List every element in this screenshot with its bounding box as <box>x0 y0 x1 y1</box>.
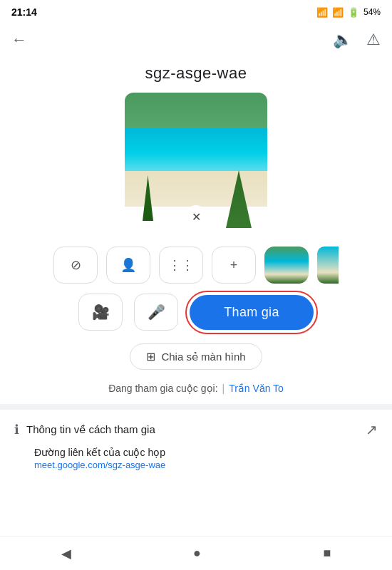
section-divider <box>0 404 392 410</box>
signal-icon: 📶 <box>332 7 344 18</box>
battery-percent: 54% <box>363 7 381 17</box>
participant-label: Đang tham gia cuộc gọi: <box>108 383 217 394</box>
wifi-icon: 📶 <box>316 7 328 18</box>
mic-icon: 🎤 <box>148 304 165 321</box>
nav-home-btn[interactable]: ● <box>176 540 218 566</box>
close-preview-button[interactable]: ✕ <box>185 205 207 228</box>
info-left: ℹ Thông tin về cách tham gia <box>14 422 155 437</box>
share-screen-label: Chia sẻ màn hình <box>161 351 245 363</box>
status-time: 21:14 <box>11 6 37 18</box>
mute-camera-icon: ⊘ <box>71 257 81 273</box>
battery-icon: 🔋 <box>348 7 359 18</box>
join-btn-highlight <box>185 291 317 334</box>
thumbnail-preview-1[interactable] <box>264 247 309 284</box>
share-info-icon[interactable]: ↗ <box>366 421 378 438</box>
warning-icon[interactable]: ⚠ <box>366 31 381 49</box>
meeting-link-url[interactable]: meet.google.com/sgz-asge-wae <box>14 460 378 470</box>
participant-info-row: Đang tham gia cuộc gọi: | Trần Văn To <box>0 383 392 394</box>
more-options-btn[interactable]: + <box>212 247 256 284</box>
participant-name: Trần Văn To <box>229 383 284 394</box>
bottom-nav: ◀ ● ■ <box>0 536 392 570</box>
thumbnail-preview-2[interactable] <box>317 247 339 284</box>
info-header: ℹ Thông tin về cách tham gia ↗ <box>14 421 378 438</box>
info-circle-icon: ℹ <box>14 422 19 437</box>
info-section: ℹ Thông tin về cách tham gia ↗ Đường liê… <box>0 410 392 476</box>
top-nav: ← 🔈 ⚠ <box>0 23 392 57</box>
join-button-wrapper: Tham gia <box>190 295 313 330</box>
camera-toggle-btn[interactable]: 🎥 <box>78 294 123 331</box>
meeting-code: sgz-asge-wae <box>0 64 392 83</box>
nav-recents-btn[interactable]: ■ <box>306 540 348 566</box>
video-preview: ✕ <box>125 93 267 235</box>
meeting-link-title: Đường liên kết của cuộc họp <box>14 447 378 458</box>
speaker-icon[interactable]: 🔈 <box>333 31 352 49</box>
effects-icon: ⋮⋮ <box>168 257 194 273</box>
status-bar: 21:14 📶 📶 🔋 54% <box>0 0 392 23</box>
share-screen-row: ⊞ Chia sẻ màn hình <box>0 343 392 370</box>
mute-camera-btn[interactable]: ⊘ <box>53 247 98 284</box>
back-button[interactable]: ← <box>11 31 27 49</box>
participant-separator: | <box>222 383 225 394</box>
controls-row-1: ⊘ 👤 ⋮⋮ + <box>0 247 392 284</box>
status-icons: 📶 📶 🔋 54% <box>316 7 381 18</box>
info-title: Thông tin về cách tham gia <box>26 423 155 436</box>
share-screen-button[interactable]: ⊞ Chia sẻ màn hình <box>130 343 262 370</box>
nav-right-icons: 🔈 ⚠ <box>333 31 381 49</box>
camera-icon: 🎥 <box>92 304 110 321</box>
add-people-btn[interactable]: 👤 <box>106 247 150 284</box>
share-screen-icon: ⊞ <box>146 350 155 363</box>
mic-toggle-btn[interactable]: 🎤 <box>134 294 178 331</box>
add-people-icon: 👤 <box>120 257 136 273</box>
controls-row-2: 🎥 🎤 Tham gia <box>0 294 392 331</box>
effects-btn[interactable]: ⋮⋮ <box>159 247 203 284</box>
nav-back-btn[interactable]: ◀ <box>44 540 88 567</box>
plus-icon: + <box>230 258 238 273</box>
